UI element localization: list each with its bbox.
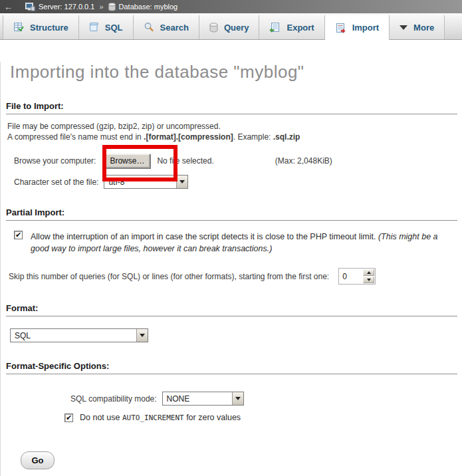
tab-label: SQL [105,23,123,33]
section-heading-partial-import: Partial Import: [6,207,457,221]
chevron-down-icon [400,25,407,30]
sql-icon [89,22,99,33]
allow-interruption-checkbox[interactable] [14,231,23,239]
spinner-up-icon[interactable] [363,269,374,276]
allow-interruption-row: Allow the interruption of an import in c… [14,231,457,255]
spinner-down-icon[interactable] [363,277,374,283]
browse-button[interactable]: Browse… [104,154,150,168]
tab-structure[interactable]: Structure [3,15,79,39]
skip-queries-row: Skip this number of queries (for SQL) or… [9,268,457,285]
breadcrumb-separator: » [99,3,103,11]
skip-queries-spinner [338,268,376,285]
import-icon [335,23,346,33]
format-select[interactable]: SQL [10,328,148,342]
auto-increment-row: Do not use AUTO_INCREMENT for zero value… [64,413,457,422]
sql-compatibility-row: SQL compatibility mode: NONE [70,392,457,406]
charset-select[interactable]: utf-8 [104,175,188,189]
query-icon [209,23,218,33]
sql-compatibility-label: SQL compatibility mode: [70,394,157,404]
dropdown-arrow-icon[interactable] [176,176,187,188]
back-arrow-icon[interactable]: ← [4,2,13,12]
tab-label: Export [287,23,314,33]
tab-label: Query [224,23,249,33]
database-icon [108,3,116,11]
auto-increment-label: Do not use AUTO_INCREMENT for zero value… [80,413,241,422]
spinner-buttons [363,269,374,283]
dropdown-arrow-icon[interactable] [232,392,243,405]
go-button[interactable]: Go [21,451,55,469]
no-file-selected-text: No file selected. [157,156,213,166]
max-upload-size: (Max: 2,048KiB) [275,156,332,166]
tab-query[interactable]: Query [199,15,260,39]
dropdown-arrow-icon[interactable] [136,329,148,342]
charset-row: Character set of the file: utf-8 [14,175,457,189]
section-heading-format: Format: [6,303,457,316]
tab-label: Import [352,23,379,33]
tab-more[interactable]: More [390,15,445,39]
page-title: Importing into the database "myblog" [10,62,457,82]
compression-note-line1: File may be compressed (gzip, bzip2, zip… [7,121,457,132]
tab-import[interactable]: Import [325,15,390,40]
tab-label: Structure [30,23,68,33]
skip-queries-input[interactable] [340,269,362,283]
tab-search[interactable]: Search [134,15,199,39]
export-icon [269,22,281,33]
breadcrumb-bar: ← Server: 127.0.0.1 » Database: myblog [0,0,462,13]
tab-label: Search [160,23,189,33]
charset-selected-value: utf-8 [104,176,128,188]
format-selected-value: SQL [11,329,35,342]
auto-increment-checkbox[interactable] [64,414,73,422]
breadcrumb-server[interactable]: Server: 127.0.0.1 [39,3,94,11]
tab-label: More [413,23,434,33]
structure-icon [13,22,24,33]
tab-export[interactable]: Export [259,15,324,39]
section-heading-format-specific: Format-Specific Options: [6,361,457,374]
tab-sql[interactable]: SQL [79,15,134,39]
browse-row: Browse your computer: Browse… No file se… [14,154,457,168]
tab-bar: Structure SQL Search Query [0,13,462,40]
search-icon [144,22,154,33]
main-content: Importing into the database "myblog" Fil… [0,62,462,476]
breadcrumb-database[interactable]: Database: myblog [119,3,178,11]
sql-compatibility-select[interactable]: NONE [162,392,244,406]
charset-label: Character set of the file: [14,178,98,187]
section-heading-file-to-import: File to Import: [6,101,457,114]
skip-queries-label: Skip this number of queries (for SQL) or… [9,272,329,281]
browse-label: Browse your computer: [14,156,96,166]
compression-note-line2: A compressed file's name must end in .[f… [7,132,457,142]
server-icon [25,3,35,11]
allow-interruption-label: Allow the interruption of an import in c… [31,231,457,255]
sql-compatibility-value: NONE [163,392,194,405]
compression-notes: File may be compressed (gzip, bzip2, zip… [7,121,457,142]
